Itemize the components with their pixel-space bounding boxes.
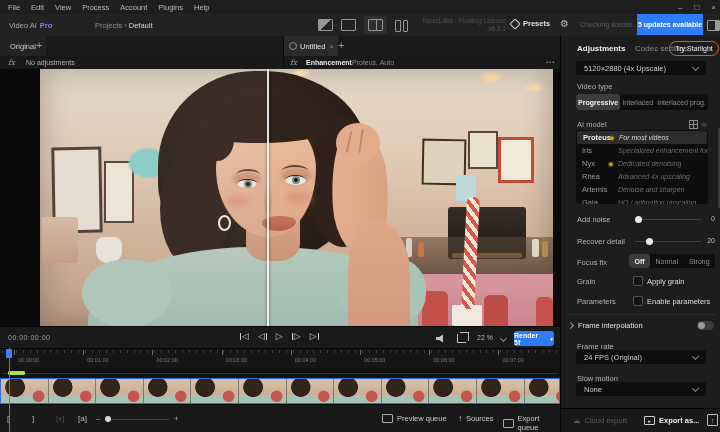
frame-rate-dropdown[interactable]: 24 FPS (Original) xyxy=(576,350,706,364)
focus-fix-off[interactable]: Off xyxy=(629,254,650,268)
model-row-artemis[interactable]: ArtemisDenoise and sharpen xyxy=(576,183,708,196)
original-side-overlay xyxy=(40,69,267,326)
filmstrip-frame[interactable] xyxy=(239,379,287,403)
model-row-gaia[interactable]: GaiaHQ / animation upscaling xyxy=(576,196,708,204)
play-icon[interactable]: ▷ xyxy=(276,331,283,341)
apply-grain-checkbox[interactable] xyxy=(633,276,643,286)
filmstrip-frame[interactable] xyxy=(382,379,430,403)
compare-divider[interactable] xyxy=(267,69,269,326)
timeline-filmstrip[interactable] xyxy=(0,378,560,404)
cloud-export-button[interactable]: ☁ Cloud export xyxy=(573,416,627,425)
playhead-handle[interactable] xyxy=(6,349,12,358)
skip-to-start-icon[interactable]: ◁ xyxy=(240,331,249,341)
export-as-button[interactable]: ▸ Export as... xyxy=(644,416,699,425)
try-starlight-button[interactable]: Try Starlight xyxy=(669,41,719,56)
add-noise-knob[interactable] xyxy=(635,216,642,223)
model-row-proteus[interactable]: Proteus◉For most videos xyxy=(577,131,707,144)
clear-trim-button[interactable]: [x] xyxy=(56,414,64,423)
menu-item-file[interactable]: File xyxy=(8,3,20,12)
presets-button[interactable]: Presets xyxy=(511,19,550,28)
filmstrip-frame[interactable] xyxy=(334,379,382,403)
minimize-button[interactable]: – xyxy=(678,3,682,12)
ruler-tick xyxy=(369,350,370,353)
resolution-dropdown[interactable]: 5120×2880 (4x Upscale) xyxy=(576,61,706,75)
close-button[interactable]: × xyxy=(711,3,716,12)
frame-interpolation-chevron-icon[interactable] xyxy=(567,322,574,329)
settings-gear-icon[interactable]: ⚙ xyxy=(560,18,569,29)
tab-adjustments[interactable]: Adjustments xyxy=(577,44,625,53)
filmstrip-frame[interactable] xyxy=(49,379,97,403)
video-type-progressive[interactable]: Progressive xyxy=(576,94,620,110)
menu-item-edit[interactable]: Edit xyxy=(31,3,44,12)
timeline-ruler[interactable]: 00:00:0000:01:0000:02:0000:03:0000:04:00… xyxy=(0,348,560,370)
breadcrumb-projects[interactable]: Projects xyxy=(95,21,122,30)
model-row-nyx[interactable]: Nyx◉Dedicated denoising xyxy=(576,157,708,170)
preview-queue-button[interactable]: Preview queue xyxy=(382,414,447,423)
presets-icon xyxy=(509,18,520,29)
filmstrip-frame[interactable] xyxy=(191,379,239,403)
filmstrip-frame[interactable] xyxy=(429,379,477,403)
step-back-icon[interactable]: ◁ xyxy=(258,331,267,341)
model-row-rhea[interactable]: RheaAdvanced 4x upscaling xyxy=(576,170,708,183)
sources-button[interactable]: ↑ Sources xyxy=(458,414,494,423)
frame-interpolation-toggle[interactable] xyxy=(697,321,714,330)
menu-item-view[interactable]: View xyxy=(55,3,71,12)
render-button[interactable]: Render 5f▼ xyxy=(514,331,554,346)
add-view-left-button[interactable]: + xyxy=(36,39,42,51)
video-type-interlaced[interactable]: Interlaced xyxy=(620,94,655,110)
loop-section-button[interactable]: [a] xyxy=(78,414,87,423)
more-options-icon[interactable]: ••• xyxy=(546,59,555,65)
ruler-tick xyxy=(161,350,162,353)
preview-zoom-level[interactable]: 22 % xyxy=(477,334,493,341)
toggle-right-panel-icon[interactable] xyxy=(707,20,720,31)
menu-item-help[interactable]: Help xyxy=(194,3,209,12)
maximize-button[interactable]: □ xyxy=(694,3,699,12)
side-by-side-view-button[interactable] xyxy=(364,16,387,34)
enhancement-label: Enhancement xyxy=(306,59,352,66)
enable-parameters-checkbox[interactable] xyxy=(633,296,643,306)
audio-mute-icon[interactable] xyxy=(436,334,446,343)
model-row-iris[interactable]: IrisSpecialized enhancement for faces xyxy=(576,144,708,157)
skip-to-end-icon[interactable]: ▷ xyxy=(310,331,319,341)
model-list-view-button[interactable] xyxy=(701,123,707,127)
step-forward-icon[interactable]: ▷ xyxy=(292,331,301,341)
timeline-zoom-knob[interactable] xyxy=(105,416,111,422)
add-view-right-button[interactable]: + xyxy=(338,39,344,51)
trim-out-button[interactable]: ] xyxy=(32,414,34,423)
slow-motion-dropdown[interactable]: None xyxy=(576,382,706,396)
single-split-view-icon[interactable] xyxy=(318,19,333,31)
timeline-zoom-out-button[interactable]: – xyxy=(96,414,100,423)
share-export-icon[interactable]: ↑ xyxy=(707,414,718,426)
updates-available-button[interactable]: 5 updates available xyxy=(637,14,703,35)
playhead[interactable] xyxy=(9,348,10,432)
filmstrip-frame[interactable] xyxy=(477,379,525,403)
timeline-zoom-slider[interactable] xyxy=(105,419,169,420)
recover-detail-knob[interactable] xyxy=(646,238,653,245)
timeline-zoom-in-button[interactable]: + xyxy=(174,414,179,423)
zoom-chevron-icon[interactable] xyxy=(500,335,507,342)
menu-item-account[interactable]: Account xyxy=(120,3,147,12)
crop-icon[interactable] xyxy=(457,334,466,343)
filmstrip-frame[interactable] xyxy=(144,379,192,403)
focus-fix-normal[interactable]: Normal xyxy=(650,254,683,268)
menu-item-process[interactable]: Process xyxy=(82,3,109,12)
video-type-interlaced-prog[interactable]: Interlaced prog. xyxy=(655,94,708,110)
single-view-icon[interactable] xyxy=(341,19,356,31)
render-caret-icon[interactable]: ▼ xyxy=(549,336,554,342)
menu-item-plugins[interactable]: Plugins xyxy=(158,3,183,12)
recover-detail-slider[interactable] xyxy=(635,241,701,242)
tab-untitled[interactable]: Untitled × xyxy=(284,36,338,56)
export-queue-button[interactable]: Export queue xyxy=(503,414,560,432)
ruler-tick xyxy=(154,350,155,353)
focus-fix-strong[interactable]: Strong xyxy=(683,254,715,268)
dual-view-icon[interactable] xyxy=(395,20,408,30)
filmstrip-frame[interactable] xyxy=(525,379,560,403)
breadcrumb-current[interactable]: Default xyxy=(129,21,153,30)
filmstrip-frame[interactable] xyxy=(287,379,335,403)
filmstrip-frame[interactable] xyxy=(96,379,144,403)
model-grid-view-icon[interactable] xyxy=(689,120,698,129)
tab-close-icon[interactable]: × xyxy=(329,43,333,50)
ruler-tick xyxy=(514,350,515,353)
add-noise-slider[interactable] xyxy=(635,219,701,220)
ruler-tick xyxy=(327,350,328,353)
